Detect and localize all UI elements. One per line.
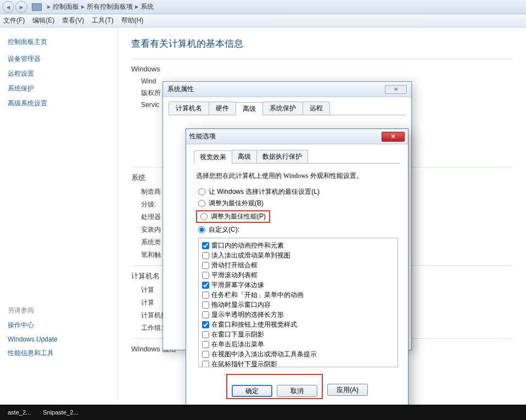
effect-item[interactable]: 在鼠标指针下显示阴影 [202,360,394,367]
effect-label: 在视图中淡入淡出或滑动工具条提示 [211,350,317,359]
effect-checkbox[interactable] [202,321,209,328]
cancel-button[interactable]: 取消 [277,385,317,397]
forward-button[interactable]: ► [15,1,27,13]
effect-item[interactable]: 拖动时显示窗口内容 [202,300,394,310]
tab-advanced[interactable]: 高级 [232,150,257,163]
menu-help[interactable]: 帮助(H) [121,16,144,25]
effect-checkbox[interactable] [202,282,209,289]
effect-item[interactable]: 显示半透明的选择长方形 [202,310,394,320]
effect-label: 任务栏和「开始」菜单中的动画 [211,290,304,300]
tab-visual-effects[interactable]: 视觉效果 [194,150,232,164]
tab-system-protection[interactable]: 系统保护 [262,102,303,115]
page-title: 查看有关计算机的基本信息 [131,37,513,50]
highlight-box: 确定 取消 [226,374,323,399]
radio-input[interactable] [200,213,208,220]
tab-dep[interactable]: 数据执行保护 [256,150,308,163]
menu-file[interactable]: 文件(F) [3,16,25,25]
sidebar-link[interactable]: 系统保护 [8,84,110,93]
back-button[interactable]: ◄ [2,1,14,13]
sidebar-link[interactable]: 设备管理器 [8,54,110,64]
breadcrumb-item[interactable]: 控制面板 [53,2,79,12]
effect-label: 拖动时显示窗口内容 [211,300,271,310]
taskbar[interactable]: aste_2... Snipaste_2... [0,405,526,420]
highlight-box: 调整为最佳性能(P) [196,210,270,223]
sidebar-home[interactable]: 控制面板主页 [8,37,110,47]
effect-checkbox[interactable] [202,292,209,299]
effect-item[interactable]: 在视图中淡入淡出或滑动工具条提示 [202,350,394,359]
breadcrumb-item[interactable]: 系统 [141,2,154,12]
breadcrumb-item[interactable]: 所有控制面板项 [87,2,133,12]
sidebar-link[interactable]: 高级系统设置 [8,99,110,108]
effect-checkbox[interactable] [202,272,209,279]
effect-item[interactable]: 在窗口和按钮上使用视觉样式 [202,320,394,329]
menu-view[interactable]: 查看(V) [62,16,84,25]
tab-advanced[interactable]: 高级 [236,102,263,115]
radio-best-appearance[interactable]: 调整为最佳外观(B) [198,199,396,208]
close-button[interactable]: ✕ [385,85,407,94]
dialog-title: 系统属性 [167,85,194,94]
taskbar-item[interactable]: aste_2... [3,408,35,417]
effects-listbox[interactable]: 窗口内的动画控件和元素淡入淡出或滑动菜单到视图滑动打开组合框平滑滚动列表框平滑屏… [198,238,398,367]
radio-label: 调整为最佳外观(B) [209,199,264,208]
effect-label: 显示半透明的选择长方形 [211,310,284,320]
dialog-titlebar[interactable]: 系统属性 ✕ [163,82,411,97]
effect-checkbox[interactable] [202,331,209,338]
effect-checkbox[interactable] [202,262,209,269]
effect-item[interactable]: 平滑屏幕字体边缘 [202,281,394,290]
radio-label: 自定义(C): [209,225,239,234]
seealso-link[interactable]: 操作中心 [8,321,110,330]
sidebar: 控制面板主页 设备管理器 远程设置 系统保护 高级系统设置 另请参阅 操作中心 … [0,27,118,401]
effect-item[interactable]: 在窗口下显示阴影 [202,330,394,339]
taskbar-item[interactable]: Snipaste_2... [38,408,82,417]
effect-item[interactable]: 在单击后淡出菜单 [202,340,394,349]
tab-hardware[interactable]: 硬件 [209,102,236,115]
location-icon [32,3,42,11]
effect-item[interactable]: 窗口内的动画控件和元素 [202,241,394,250]
sidebar-link[interactable]: 远程设置 [8,69,110,79]
tab-remote[interactable]: 远程 [303,102,330,115]
effect-item[interactable]: 平滑滚动列表框 [202,271,394,280]
menu-bar: 文件(F) 编辑(E) 查看(V) 工具(T) 帮助(H) [0,14,526,27]
instruction-text: 选择您想在此计算机上使用的 Windows 外观和性能设置。 [196,171,398,181]
breadcrumb[interactable]: ▶ 控制面板 ▶ 所有控制面板项 ▶ 系统 [45,0,154,14]
effect-item[interactable]: 滑动打开组合框 [202,261,394,270]
apply-button[interactable]: 应用(A) [327,384,368,396]
dialog-titlebar[interactable]: 性能选项 ✕ [186,129,408,144]
menu-edit[interactable]: 编辑(E) [32,16,54,25]
seealso-link[interactable]: Windows Update [8,335,110,343]
effect-item[interactable]: 任务栏和「开始」菜单中的动画 [202,290,394,300]
radio-let-windows[interactable]: 让 Windows 选择计算机的最佳设置(L) [198,187,396,197]
effect-checkbox[interactable] [202,351,209,358]
seealso-link[interactable]: 性能信息和工具 [8,349,110,358]
effect-label: 窗口内的动画控件和元素 [211,241,284,250]
effect-label: 在窗口下显示阴影 [211,330,264,339]
dialog-buttons: 确定 取消 应用(A) [194,374,400,399]
radio-input[interactable] [198,200,205,207]
tabs: 视觉效果 高级 数据执行保护 [194,150,400,164]
ok-button[interactable]: 确定 [232,385,272,397]
section-label: Windows [131,65,513,73]
effect-checkbox[interactable] [202,301,209,309]
tab-computer-name[interactable]: 计算机名 [169,102,209,115]
effect-checkbox[interactable] [202,361,209,367]
radio-label: 让 Windows 选择计算机的最佳设置(L) [209,187,320,197]
effect-checkbox[interactable] [202,252,209,259]
performance-options-dialog: 性能选项 ✕ 视觉效果 高级 数据执行保护 选择您想在此计算机上使用的 Wind… [186,128,409,419]
effect-label: 平滑屏幕字体边缘 [211,281,264,290]
menu-tools[interactable]: 工具(T) [92,16,113,25]
radio-input[interactable] [198,188,205,195]
effect-label: 滑动打开组合框 [211,261,258,270]
radio-custom[interactable]: 自定义(C): [198,225,396,234]
dialog-title: 性能选项 [189,132,216,141]
radio-label: 调整为最佳性能(P) [211,212,266,221]
address-bar: ◄ ► ▶ 控制面板 ▶ 所有控制面板项 ▶ 系统 [0,0,526,14]
effect-checkbox[interactable] [202,242,209,249]
effect-checkbox[interactable] [202,311,209,318]
effect-label: 在窗口和按钮上使用视觉样式 [211,320,297,329]
close-button[interactable]: ✕ [382,132,405,142]
effect-item[interactable]: 淡入淡出或滑动菜单到视图 [202,251,394,260]
effect-checkbox[interactable] [202,341,209,348]
effect-label: 平滑滚动列表框 [211,271,258,280]
radio-input[interactable] [198,226,205,233]
radio-best-performance[interactable]: 调整为最佳性能(P) [200,212,266,221]
